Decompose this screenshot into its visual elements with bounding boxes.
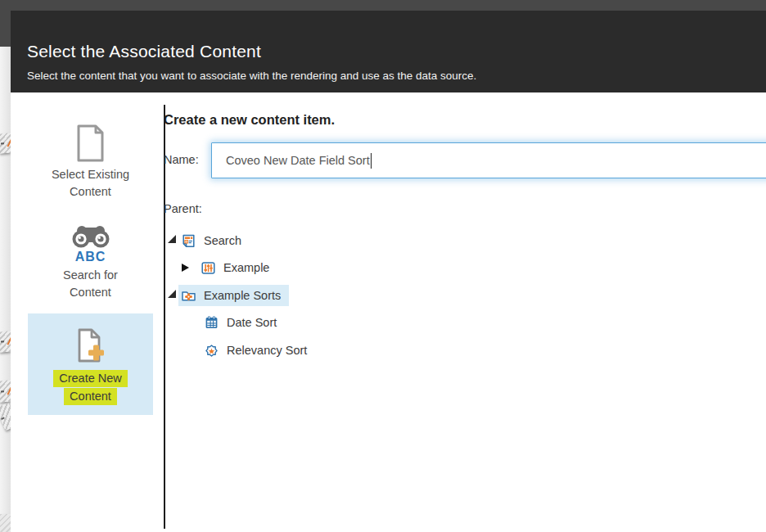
dialog-header: Select the Associated Content Select the… — [11, 11, 766, 92]
obscured-background-element — [0, 514, 11, 532]
background-fragment — [1, 142, 4, 144]
tree-item-label: Example — [223, 261, 269, 274]
sidebar-item-label: Select Existing Content — [28, 166, 153, 201]
screen: Select the Associated Content Select the… — [0, 0, 766, 532]
tree-expanded-arrow-icon[interactable] — [168, 290, 176, 298]
dialog-subtitle: Select the content that you want to asso… — [27, 70, 476, 82]
background-fragment — [1, 340, 4, 342]
dialog-body: Select Existing Content — [11, 92, 766, 532]
tree-item-relevancy-sort[interactable]: Relevancy Sort — [11, 340, 354, 361]
background-top-bar — [0, 0, 766, 11]
text-caret — [371, 153, 372, 169]
associated-content-dialog: Select the Associated Content Select the… — [11, 11, 766, 532]
star-badge-icon — [204, 343, 219, 358]
tree-item-example[interactable]: Example — [11, 257, 354, 278]
search-page-icon — [181, 233, 196, 249]
tree-item-example-sorts[interactable]: Example Sorts — [11, 285, 354, 306]
background-left-gutter — [0, 47, 11, 532]
sidebar-item-label: Create New Content — [28, 370, 153, 405]
obscured-background-element — [0, 331, 11, 352]
tree-selected-band: Example Sorts — [178, 285, 289, 306]
tree-item-label: Date Sort — [227, 316, 277, 329]
tree-expanded-arrow-icon[interactable] — [168, 235, 176, 243]
name-input-value: Coveo New Date Field Sort — [226, 154, 370, 167]
tree-item-label: Search — [204, 234, 241, 247]
sliders-icon — [201, 260, 216, 276]
sidebar-item-select-existing-content[interactable]: Select Existing Content — [28, 124, 153, 201]
tree-collapsed-arrow-icon[interactable] — [182, 264, 189, 272]
background-fragment — [1, 390, 4, 392]
calendar-icon — [204, 315, 219, 331]
tree-item-date-sort[interactable]: Date Sort — [11, 312, 354, 333]
obscured-background-element — [0, 133, 11, 153]
name-label: Name: — [164, 153, 199, 166]
background-fragment — [1, 417, 4, 419]
document-icon — [74, 151, 107, 165]
folder-gear-icon — [181, 288, 196, 304]
tree-item-label: Relevancy Sort — [227, 344, 307, 357]
page-title: Create a new content item. — [164, 112, 335, 128]
tree-item-label: Example Sorts — [204, 289, 281, 302]
dialog-title: Select the Associated Content — [27, 42, 261, 61]
tree-item-search[interactable]: Search — [11, 230, 354, 251]
background-top-corner — [0, 0, 11, 47]
obscured-background-element — [0, 380, 11, 402]
parent-label: Parent: — [164, 202, 202, 215]
name-input[interactable]: Coveo New Date Field Sort — [211, 142, 766, 178]
